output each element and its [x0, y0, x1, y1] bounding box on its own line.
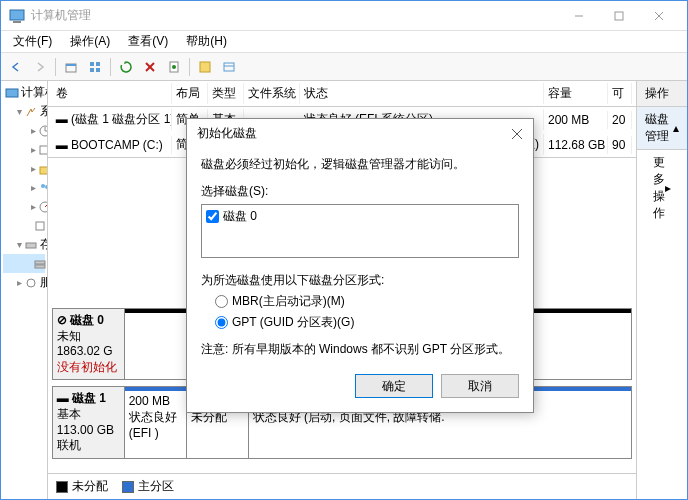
gpt-radio[interactable]: GPT (GUID 分区表)(G): [215, 314, 519, 331]
dialog-title: 初始化磁盘: [197, 125, 511, 142]
partition-style-label: 为所选磁盘使用以下磁盘分区形式:: [201, 272, 519, 289]
tree-root[interactable]: 计算机管理(本地): [3, 83, 45, 102]
window-title: 计算机管理: [31, 7, 559, 24]
svg-point-25: [41, 184, 45, 188]
disk-listbox[interactable]: 磁盘 0: [201, 204, 519, 258]
back-button[interactable]: [5, 56, 27, 78]
col-available[interactable]: 可: [608, 83, 632, 104]
app-icon: [9, 8, 25, 24]
tree-storage[interactable]: ▾存储: [3, 235, 45, 254]
help-button[interactable]: [194, 56, 216, 78]
svg-point-15: [172, 65, 176, 69]
volume-header: 卷 布局 类型 文件系统 状态 容量 可: [48, 81, 636, 107]
tree-panel: 计算机管理(本地) ▾系统工具 ▸任务计划程序 ▸事件查看器 ▸共享文件夹 ▸本…: [1, 81, 48, 499]
disk-info: ⊘ 磁盘 0 未知 1863.02 G 没有初始化: [53, 309, 125, 379]
svg-rect-23: [40, 146, 48, 154]
svg-rect-10: [90, 68, 94, 72]
disk-icon: ⊘: [57, 313, 70, 327]
col-volume[interactable]: 卷: [52, 83, 172, 104]
properties-button[interactable]: [163, 56, 185, 78]
cancel-button[interactable]: 取消: [441, 374, 519, 398]
toolbar: [1, 53, 687, 81]
ok-button[interactable]: 确定: [355, 374, 433, 398]
initialize-disk-dialog: 初始化磁盘 磁盘必须经过初始化，逻辑磁盘管理器才能访问。 选择磁盘(S): 磁盘…: [186, 118, 534, 413]
svg-rect-0: [10, 10, 24, 20]
refresh-button[interactable]: [115, 56, 137, 78]
legend: 未分配 主分区: [48, 473, 636, 499]
svg-rect-29: [36, 222, 44, 230]
mbr-radio[interactable]: MBR(主启动记录)(M): [215, 293, 519, 310]
col-capacity[interactable]: 容量: [544, 83, 608, 104]
svg-rect-3: [615, 12, 623, 20]
minimize-button[interactable]: [559, 1, 599, 31]
actions-panel: 操作 磁盘管理▴ 更多操作▸: [637, 81, 687, 499]
forward-button[interactable]: [29, 56, 51, 78]
menu-file[interactable]: 文件(F): [5, 31, 60, 52]
dialog-note: 注意: 所有早期版本的 Windows 都不识别 GPT 分区形式。: [201, 341, 519, 358]
svg-rect-9: [96, 62, 100, 66]
dialog-close-button[interactable]: [511, 128, 523, 140]
svg-rect-16: [200, 62, 210, 72]
svg-point-33: [27, 279, 35, 287]
close-button[interactable]: [639, 1, 679, 31]
svg-rect-31: [35, 261, 45, 264]
svg-rect-11: [96, 68, 100, 72]
tree-device-manager[interactable]: 设备管理器: [3, 216, 45, 235]
select-disk-label: 选择磁盘(S):: [201, 183, 519, 200]
up-button[interactable]: [60, 56, 82, 78]
disk-info: ▬ 磁盘 1 基本 113.00 GB 联机: [53, 387, 125, 457]
drive-icon: ▬: [56, 138, 71, 152]
svg-rect-19: [6, 89, 18, 97]
svg-point-27: [40, 202, 48, 212]
partition[interactable]: 200 MB状态良好 (EFI ): [125, 387, 187, 457]
disk-icon: ▬: [57, 391, 72, 405]
tree-services[interactable]: ▸服务和应用程序: [3, 273, 45, 292]
col-layout[interactable]: 布局: [172, 83, 208, 104]
view-button[interactable]: [84, 56, 106, 78]
disk-option[interactable]: 磁盘 0: [204, 207, 516, 226]
titlebar: 计算机管理: [1, 1, 687, 31]
menu-view[interactable]: 查看(V): [120, 31, 176, 52]
col-status[interactable]: 状态: [300, 83, 544, 104]
tree-local-users[interactable]: ▸本地用户和组: [3, 178, 45, 197]
disk-checkbox[interactable]: [206, 210, 219, 223]
maximize-button[interactable]: [599, 1, 639, 31]
menu-action[interactable]: 操作(A): [62, 31, 118, 52]
svg-rect-7: [66, 64, 76, 66]
tree-shared-folders[interactable]: ▸共享文件夹: [3, 159, 45, 178]
menu-help[interactable]: 帮助(H): [178, 31, 235, 52]
list-button[interactable]: [218, 56, 240, 78]
tree-disk-management[interactable]: 磁盘管理: [3, 254, 45, 273]
svg-rect-24: [40, 167, 48, 174]
svg-rect-32: [35, 265, 45, 268]
chevron-right-icon: ▸: [665, 181, 671, 195]
menubar: 文件(F) 操作(A) 查看(V) 帮助(H): [1, 31, 687, 53]
tree-event-viewer[interactable]: ▸事件查看器: [3, 140, 45, 159]
svg-rect-1: [13, 21, 21, 23]
chevron-up-icon: ▴: [673, 121, 679, 135]
svg-rect-8: [90, 62, 94, 66]
dialog-message: 磁盘必须经过初始化，逻辑磁盘管理器才能访问。: [201, 156, 519, 173]
col-type[interactable]: 类型: [208, 83, 244, 104]
tree-system-tools[interactable]: ▾系统工具: [3, 102, 45, 121]
actions-header: 操作: [637, 81, 687, 107]
svg-rect-30: [26, 243, 36, 248]
actions-more[interactable]: 更多操作▸: [637, 150, 687, 226]
delete-button[interactable]: [139, 56, 161, 78]
tree-performance[interactable]: ▸性能: [3, 197, 45, 216]
actions-group[interactable]: 磁盘管理▴: [637, 107, 687, 150]
col-filesystem[interactable]: 文件系统: [244, 83, 300, 104]
drive-icon: ▬: [56, 112, 71, 126]
tree-task-scheduler[interactable]: ▸任务计划程序: [3, 121, 45, 140]
svg-rect-17: [224, 63, 234, 71]
